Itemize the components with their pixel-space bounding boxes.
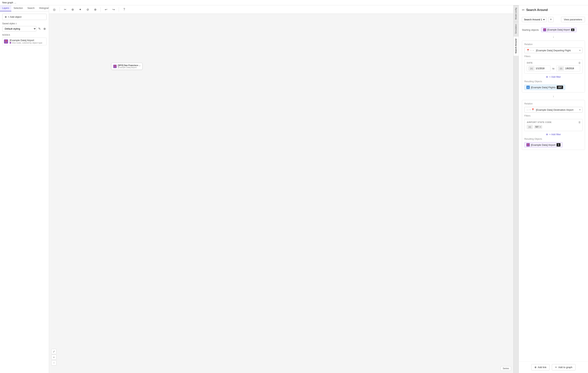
result-chip-count-airport: 1	[556, 143, 560, 147]
date-filter-box: DATE 🗑 (x) to (x)	[524, 60, 583, 74]
search-instance-label: Search Around 1	[524, 18, 542, 21]
add-link-btn[interactable]: ⊕ Add link	[531, 364, 550, 370]
right-wrapper: Model config Simulation Search Around ✂ …	[513, 5, 588, 373]
side-tab-simulation[interactable]: Simulation	[514, 22, 519, 36]
graph-node-title: [SFO] San Francisco ...	[118, 64, 140, 66]
info-icon: ℹ	[16, 22, 17, 25]
relation-select-2[interactable]: ···→📍 [Example Data] Destination Airport…	[524, 107, 583, 113]
plus-circle-icon-2: ⊕	[546, 133, 548, 136]
tab-search[interactable]: Search	[25, 5, 37, 11]
tag-button[interactable]: ⊘	[85, 6, 91, 12]
graph-node-text: [SFO] San Francisco ... [Example Data] A…	[118, 64, 140, 68]
series-label: Series	[501, 366, 511, 371]
relation-chevron-1: ▾	[579, 49, 580, 52]
target-button[interactable]: ◎	[51, 6, 57, 12]
zoom-in-btn[interactable]: +	[51, 354, 57, 360]
relation-icon-1: 📍···→	[526, 49, 535, 52]
top-bar: New graph ...	[0, 0, 588, 5]
date-to-box: (x)	[556, 65, 580, 72]
cut-button[interactable]: ✂	[62, 6, 68, 12]
date-from-input[interactable]	[536, 67, 549, 70]
tab-selection[interactable]: Selection	[11, 5, 25, 11]
arrow-down-2: ↓	[522, 95, 585, 98]
graph-node[interactable]: 📍 [SFO] San Francisco ... [Example Data]…	[111, 63, 142, 70]
result-chip-airport: 📍 [Example Data] Airport 1	[524, 142, 563, 148]
filter-tag-remove-btn[interactable]: ✕	[539, 126, 541, 128]
node-item[interactable]: 📍 [Example Data] Airport One node, color…	[2, 38, 47, 45]
app-title: New graph	[2, 1, 13, 4]
date-from-box: (x)	[527, 65, 550, 72]
sparkle-button[interactable]: ✦	[77, 6, 83, 12]
date-filter-delete-btn[interactable]: 🗑	[578, 61, 581, 64]
canvas-controls: ⤢ + −	[51, 349, 57, 365]
style-select[interactable]: Default styling	[2, 26, 36, 32]
edit-style-btn[interactable]: ✎	[38, 27, 42, 31]
side-tabs: Model config Simulation Search Around	[513, 5, 519, 373]
resulting-label-2: Resulting Objects	[524, 138, 583, 140]
toolbar-sep-2	[100, 7, 101, 12]
search-instance-select[interactable]: Search Around 1 ▾	[522, 17, 547, 22]
canvas-area: ◎ ✂ ⊛ ✦ ⊘ ⊗ ↩ ↪ ? 📍 [SFO] San Francisco …	[49, 5, 513, 373]
left-panel: Layers Selection Search Histogram Info »…	[0, 5, 49, 373]
style-select-row: Default styling ✎ ⊕	[2, 26, 47, 32]
view-params-btn[interactable]: View parameters	[561, 17, 585, 22]
relation-block-1: Relation 📍···→ [Example Data] Departing …	[522, 41, 585, 92]
filters-label-1: Filters	[524, 55, 583, 58]
result-chip-text-airport: [Example Data] Airport	[531, 143, 555, 146]
result-chip-count-flights: 157	[557, 85, 563, 89]
undo-button[interactable]: ↩	[103, 6, 109, 12]
add-object-button[interactable]: ⊕ + Add object	[2, 14, 47, 20]
add-style-btn[interactable]: ⊕	[42, 27, 47, 31]
canvas[interactable]: 📍 [SFO] San Francisco ... [Example Data]…	[49, 14, 513, 373]
date-filter-inputs: (x) to (x)	[527, 65, 580, 72]
relation-label-2: Relation	[524, 102, 583, 105]
search-add-btn[interactable]: +	[548, 17, 554, 22]
help-button[interactable]: ?	[121, 6, 127, 12]
toolbar-sep-3	[119, 7, 119, 12]
nodes-label: NODES	[2, 34, 47, 36]
airport-filter-var: (x)	[527, 125, 533, 129]
airport-filter-row: (x) NY ✕	[527, 125, 580, 129]
ellipsis: ...	[14, 1, 16, 4]
add-filter-label-2: + Add filter	[549, 133, 561, 136]
airport-filter-delete-btn[interactable]: 🗑	[578, 121, 581, 124]
side-tab-search-around[interactable]: Search Around	[514, 36, 519, 56]
plus-circle-icon: ⊕	[5, 15, 7, 18]
main-layout: Layers Selection Search Histogram Info »…	[0, 5, 588, 373]
toolbar: ◎ ✂ ⊛ ✦ ⊘ ⊗ ↩ ↪ ?	[49, 5, 513, 14]
starting-objects-label: Starting objects	[522, 29, 539, 31]
node-color-dot	[10, 42, 11, 43]
result-chip-text-flights: [Example Data] Flights	[531, 86, 556, 89]
saved-styles-section: Saved styles ℹ Default styling ✎ ⊕	[0, 22, 49, 34]
starting-objects-chip[interactable]: 📍 [Example Data] Airport 1	[541, 27, 577, 32]
redo-button[interactable]: ↪	[110, 6, 116, 12]
scissors-icon: ✂	[522, 8, 525, 12]
close-button[interactable]: ⊗	[92, 6, 98, 12]
graph-node-box[interactable]: 📍 [SFO] San Francisco ... [Example Data]…	[111, 63, 142, 70]
resulting-label-1: Resulting Objects	[524, 80, 583, 83]
filters-label-2: Filters	[524, 115, 583, 117]
side-tab-model-config[interactable]: Model config	[514, 5, 519, 22]
relation-select-1[interactable]: 📍···→ [Example Data] Departing Flight ▾	[524, 48, 583, 53]
filter-to-label: to	[552, 67, 555, 70]
add-graph-btn[interactable]: ✂ Add to graph	[552, 364, 575, 370]
tab-layers[interactable]: Layers	[0, 5, 11, 11]
add-filter-btn-2[interactable]: ⊕ + Add filter	[546, 133, 561, 136]
right-panel-title: Search Around	[526, 8, 548, 12]
add-filter-btn-1[interactable]: ⊕ + Add filter	[546, 75, 561, 78]
add-filter-label-1: + Add filter	[549, 75, 561, 78]
link-button[interactable]: ⊛	[70, 6, 75, 12]
fit-view-btn[interactable]: ⤢	[51, 349, 57, 354]
add-link-icon: ⊕	[535, 366, 536, 369]
date-from-var: (x)	[528, 66, 535, 71]
starting-chip-icon: 📍	[543, 28, 546, 31]
relation-text-1: [Example Data] Departing Flight	[536, 49, 578, 52]
right-panel-content: Starting objects 📍 [Example Data] Airpor…	[519, 24, 588, 361]
result-chip-icon-flights: ≡	[526, 85, 530, 89]
zoom-out-btn[interactable]: −	[51, 360, 57, 365]
date-to-input[interactable]	[565, 67, 578, 70]
starting-objects-row: Starting objects 📍 [Example Data] Airpor…	[522, 27, 585, 33]
result-chip-flights: ≡ [Example Data] Flights 157	[524, 85, 565, 90]
node-icon: 📍	[4, 39, 8, 43]
right-panel: ✂ Search Around Search Around 1 ▾ + View…	[519, 5, 588, 373]
